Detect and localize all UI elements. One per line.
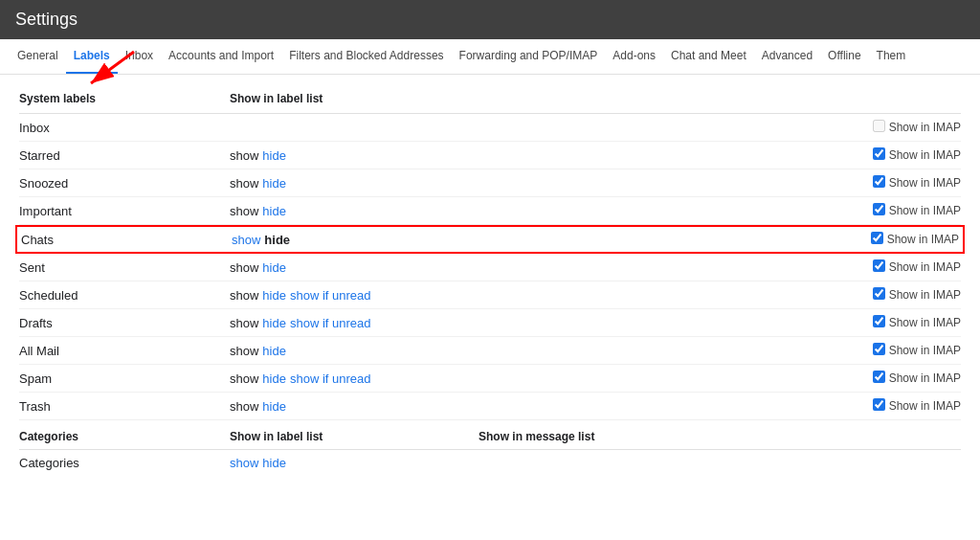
tab-filters[interactable]: Filters and Blocked Addresses [281,39,451,75]
label-imap-scheduled: Show in IMAP [808,287,961,303]
label-row-drafts: Drafts show hide show if unread Show in … [19,309,961,337]
imap-checkbox-starred[interactable] [873,147,885,160]
imap-checkbox-snoozed[interactable] [873,175,885,188]
categories-message-header: Show in message list [479,430,961,443]
tab-general[interactable]: General [10,39,66,75]
label-row-snoozed: Snoozed show hide Show in IMAP [19,169,961,197]
label-name-inbox: Inbox [19,121,230,135]
label-imap-spam: Show in IMAP [808,371,961,386]
imap-checkbox-spam[interactable] [873,371,885,383]
label-name-allmail: All Mail [19,344,230,358]
tab-inbox[interactable]: Inbox [118,39,161,75]
hide-link-starred[interactable]: hide [262,148,286,163]
label-name-scheduled: Scheduled [19,288,230,303]
label-imap-allmail: Show in IMAP [808,343,961,358]
hide-link-sent[interactable]: hide [262,260,286,275]
label-row-starred: Starred show hide Show in IMAP [19,142,961,169]
categories-title: Categories [19,430,230,443]
imap-checkbox-sent[interactable] [873,259,885,272]
hide-link-allmail[interactable]: hide [262,344,286,358]
label-imap-sent: Show in IMAP [808,259,961,275]
hide-link-scheduled[interactable]: hide [262,288,286,303]
show-link-chats[interactable]: show [232,233,260,247]
hide-link-categories[interactable]: hide [262,456,286,470]
label-imap-drafts: Show in IMAP [808,315,961,330]
tab-labels[interactable]: Labels [66,39,118,75]
label-row-trash: Trash show hide Show in IMAP [19,393,961,420]
imap-checkbox-important[interactable] [873,203,885,215]
hide-link-spam[interactable]: hide [262,371,286,386]
show-if-unread-link-drafts[interactable]: show if unread [290,316,371,330]
imap-checkbox-trash[interactable] [873,398,885,411]
show-if-unread-link-scheduled[interactable]: show if unread [290,288,371,303]
show-in-label-header: Show in label list [230,92,808,105]
show-if-unread-link-spam[interactable]: show if unread [290,371,371,386]
category-name: Categories [19,456,230,470]
hide-link-drafts[interactable]: hide [262,316,286,330]
tab-chat[interactable]: Chat and Meet [663,39,754,75]
hide-link-snoozed[interactable]: hide [262,176,286,191]
settings-nav: General Labels Inbox Accounts and Import… [0,39,980,75]
label-imap-trash: Show in IMAP [808,398,961,414]
label-name-drafts: Drafts [19,316,230,330]
label-row-chats: Chats show hide Show in IMAP [15,225,965,254]
label-name-important: Important [19,204,230,218]
label-row-sent: Sent show hide Show in IMAP [19,254,961,281]
categories-show-header: Show in label list [230,430,479,443]
label-name-trash: Trash [19,399,230,414]
label-imap-chats: Show in IMAP [806,232,959,247]
hide-link-trash[interactable]: hide [262,399,286,414]
label-row-inbox: Inbox Show in IMAP [19,114,961,142]
imap-checkbox-inbox[interactable] [873,120,885,132]
label-name-starred: Starred [19,148,230,163]
label-row-scheduled: Scheduled show hide show if unread Show … [19,281,961,309]
category-row-categories: Categories show hide [19,450,961,476]
tab-offline[interactable]: Offline [820,39,868,75]
categories-header: Categories Show in label list Show in me… [19,420,961,450]
labels-content: System labels Show in label list Inbox S… [0,75,980,485]
tab-advanced[interactable]: Advanced [754,39,820,75]
label-imap-important: Show in IMAP [808,203,961,218]
label-imap-starred: Show in IMAP [808,147,961,163]
label-imap-snoozed: Show in IMAP [808,175,961,191]
label-imap-inbox: Show in IMAP [808,120,961,135]
tab-themes[interactable]: Them [869,39,914,75]
show-link-categories[interactable]: show [230,456,258,470]
system-labels-title: System labels [19,92,230,105]
label-row-important: Important show hide Show in IMAP [19,197,961,225]
hide-link-important[interactable]: hide [262,204,286,218]
imap-checkbox-drafts[interactable] [873,315,885,327]
label-name-snoozed: Snoozed [19,176,230,191]
label-name-spam: Spam [19,371,230,386]
imap-checkbox-chats[interactable] [871,232,883,244]
label-row-spam: Spam show hide show if unread Show in IM… [19,365,961,393]
tab-accounts[interactable]: Accounts and Import [161,39,281,75]
label-name-sent: Sent [19,260,230,275]
header: Settings [0,0,980,39]
imap-checkbox-scheduled[interactable] [873,287,885,300]
label-row-allmail: All Mail show hide Show in IMAP [19,337,961,365]
system-labels-header: System labels Show in label list [19,84,961,114]
label-name-chats: Chats [21,233,232,247]
imap-checkbox-allmail[interactable] [873,343,885,355]
tab-forwarding[interactable]: Forwarding and POP/IMAP [452,39,606,75]
page-title: Settings [15,10,78,29]
tab-addons[interactable]: Add-ons [605,39,663,75]
